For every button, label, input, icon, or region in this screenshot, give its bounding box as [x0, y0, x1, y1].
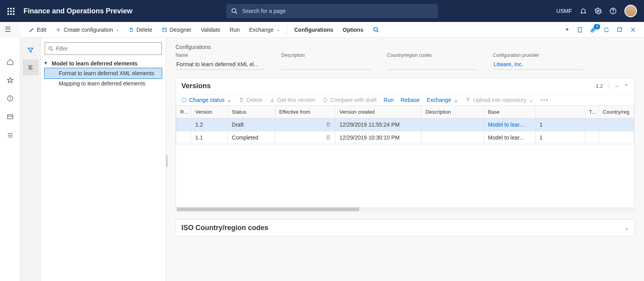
- tree-filter[interactable]: [45, 42, 162, 55]
- search-placeholder: Search for a page: [242, 8, 286, 14]
- splitter-handle[interactable]: [166, 155, 168, 167]
- svg-line-19: [377, 31, 378, 32]
- environment-label[interactable]: USMF: [556, 8, 572, 14]
- svg-point-35: [182, 98, 186, 102]
- options-tab[interactable]: Options: [339, 25, 367, 34]
- expand-icon[interactable]: ⌄: [624, 225, 629, 231]
- global-search[interactable]: Search for a page: [226, 4, 438, 18]
- version-run-button[interactable]: Run: [384, 97, 394, 103]
- popout-icon[interactable]: [617, 26, 623, 33]
- notifications-icon[interactable]: [580, 7, 587, 15]
- delete-button[interactable]: Delete: [125, 25, 156, 34]
- trash-icon: [239, 97, 244, 103]
- column-header[interactable]: Country/reg: [599, 106, 634, 118]
- name-value[interactable]: Format to learn deferred XML el...: [175, 60, 266, 70]
- status-icon: [181, 97, 187, 103]
- country-label: Country/region codes: [387, 53, 477, 58]
- app-launcher-icon[interactable]: [3, 7, 19, 15]
- version-exchange-button[interactable]: Exchange⌄: [427, 97, 458, 103]
- compare-icon: [322, 97, 328, 103]
- document-icon[interactable]: [577, 26, 583, 33]
- upload-button[interactable]: Upload into repository⌄: [465, 97, 534, 103]
- column-header[interactable]: T...: [585, 106, 599, 118]
- help-icon[interactable]: [610, 7, 617, 15]
- versions-title: Versions: [181, 82, 211, 90]
- svg-point-9: [232, 9, 236, 13]
- configurations-tab[interactable]: Configurations: [290, 25, 337, 34]
- recommendations-icon[interactable]: ✦: [565, 26, 570, 33]
- list-view-button[interactable]: [23, 60, 38, 75]
- recent-icon[interactable]: [7, 95, 14, 102]
- modules-icon[interactable]: [7, 131, 14, 139]
- provider-label: Configuration provider: [493, 53, 583, 58]
- edit-button[interactable]: Edit: [25, 25, 50, 34]
- main-panel: Configurations NameFormat to learn defer…: [166, 38, 644, 281]
- create-configuration-button[interactable]: Create configuration⌄: [52, 25, 123, 34]
- collapse-icon[interactable]: [624, 83, 629, 89]
- filter-view-button[interactable]: [23, 42, 38, 58]
- svg-rect-8: [13, 13, 14, 15]
- more-icon[interactable]: •••: [541, 97, 549, 103]
- versions-toolbar: Change status⌄ Delete Get this version C…: [176, 94, 634, 105]
- refresh-icon[interactable]: [603, 26, 610, 33]
- svg-rect-0: [7, 8, 9, 9]
- column-header[interactable]: [535, 106, 585, 118]
- tree-filter-input[interactable]: [56, 45, 158, 52]
- provider-value[interactable]: Litware, Inc.: [493, 60, 583, 70]
- star-icon[interactable]: [7, 76, 14, 84]
- tree-item[interactable]: Mapping to learn deferred elements: [45, 78, 162, 89]
- search-icon: [231, 8, 237, 14]
- avatar[interactable]: [624, 5, 637, 17]
- horizontal-scrollbar[interactable]: [177, 207, 633, 211]
- description-value[interactable]: [281, 60, 371, 70]
- current-version: 1.2: [596, 83, 603, 89]
- tree-root[interactable]: Model to learn deferred elements: [45, 59, 162, 68]
- search-icon: [48, 46, 53, 51]
- version-delete-button[interactable]: Delete: [239, 97, 262, 103]
- column-header[interactable]: R...: [176, 106, 191, 118]
- get-version-button[interactable]: Get this version: [270, 97, 315, 103]
- plus-icon: [56, 27, 61, 33]
- column-header[interactable]: Description: [421, 106, 484, 118]
- versions-grid[interactable]: R...VersionStatusEffective fromVersion c…: [176, 105, 634, 207]
- svg-line-10: [235, 12, 237, 14]
- svg-rect-21: [618, 28, 621, 31]
- validate-button[interactable]: Validate: [197, 25, 224, 34]
- calendar-icon[interactable]: 🗓: [326, 134, 331, 141]
- attachments-icon[interactable]: 0: [590, 26, 596, 33]
- column-header[interactable]: Version: [191, 106, 228, 118]
- table-row[interactable]: 1.1Completed🗓12/29/2019 10:30:10 PMModel…: [176, 131, 634, 144]
- calendar-icon[interactable]: 🗓: [326, 121, 331, 128]
- close-icon[interactable]: [630, 26, 636, 33]
- home-icon[interactable]: [7, 58, 14, 65]
- compare-button[interactable]: Compare with draft: [322, 97, 376, 103]
- name-label: Name: [175, 53, 266, 58]
- rebase-button[interactable]: Rebase: [401, 97, 420, 103]
- chevron-down-icon: ⌄: [277, 27, 280, 32]
- chevron-down-icon: ⌄: [529, 97, 534, 103]
- svg-point-33: [49, 47, 52, 50]
- svg-rect-20: [578, 27, 581, 32]
- gear-icon[interactable]: [595, 7, 602, 15]
- change-status-button[interactable]: Change status⌄: [181, 97, 232, 103]
- column-header[interactable]: Version created: [335, 106, 421, 118]
- nav-rail: [0, 38, 20, 281]
- svg-rect-16: [163, 28, 166, 31]
- svg-rect-2: [13, 8, 14, 9]
- designer-icon: [162, 27, 167, 33]
- table-row[interactable]: 1.2Draft🗓12/29/2019 11:55:24 PMModel to …: [176, 118, 634, 131]
- designer-button[interactable]: Designer: [158, 25, 195, 34]
- chevron-down-icon: ⌄: [454, 97, 458, 103]
- column-header[interactable]: Base: [484, 106, 535, 118]
- hamburger-icon[interactable]: ☰: [5, 25, 11, 34]
- country-value[interactable]: [387, 60, 477, 70]
- svg-rect-4: [10, 11, 12, 12]
- download-icon: [270, 97, 275, 103]
- tree-item[interactable]: Format to learn deferred XML elements: [45, 68, 162, 78]
- workspaces-icon[interactable]: [7, 113, 14, 120]
- column-header[interactable]: Status: [228, 106, 275, 118]
- exchange-button[interactable]: Exchange⌄: [245, 25, 284, 34]
- column-header[interactable]: Effective from: [275, 106, 335, 118]
- run-button[interactable]: Run: [226, 25, 244, 34]
- toolbar-search-icon[interactable]: [369, 25, 383, 34]
